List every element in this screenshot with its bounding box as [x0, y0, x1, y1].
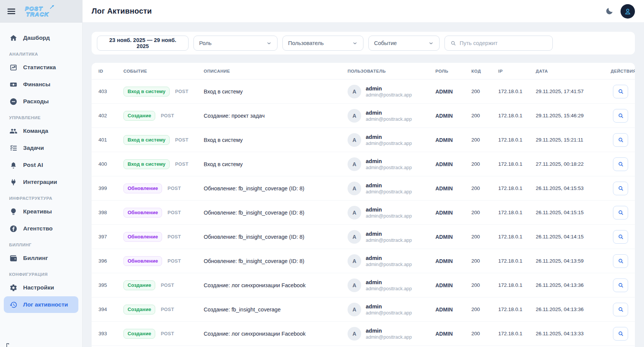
table-row: 397 Обновление POST Обновление: fb_insig… — [92, 225, 635, 249]
table-row: 396 Обновление POST Обновление: fb_insig… — [92, 249, 635, 273]
actions-cell — [611, 254, 628, 268]
description-cell: Обновление: fb_insight_coverage (ID: 8) — [204, 185, 348, 191]
event-cell: Создание POST — [123, 305, 204, 314]
view-details-button[interactable] — [613, 327, 628, 341]
sidebar-item-activity-log[interactable]: Лог активности — [4, 296, 78, 313]
history-icon — [9, 301, 17, 309]
table-row: 403 Вход в систему POST Вход в систему A… — [92, 79, 635, 104]
user-menu-avatar[interactable] — [621, 4, 635, 19]
actions-cell — [611, 133, 628, 147]
sidebar-item-settings[interactable]: Настройки — [4, 279, 78, 296]
column-header-actions: ДЕЙСТВИЯ — [611, 69, 628, 73]
dark-mode-toggle[interactable] — [605, 7, 614, 16]
role-cell: ADMIN — [435, 234, 471, 240]
user-filter-select[interactable]: Пользователь — [282, 36, 363, 51]
view-details-button[interactable] — [613, 206, 628, 219]
user-cell: A admin admin@posttrack.app — [348, 279, 435, 292]
view-details-button[interactable] — [613, 157, 628, 171]
log-id: 393 — [98, 331, 123, 336]
user-name: admin — [366, 134, 412, 140]
sidebar-item-agency[interactable]: Агентство — [4, 220, 78, 237]
sidebar-item-label: Лог активности — [23, 301, 68, 308]
sidebar-item-finances[interactable]: Финансы — [4, 76, 78, 93]
column-header-ip: IP — [498, 69, 536, 73]
view-details-button[interactable] — [613, 182, 628, 195]
sidebar-item-statistics[interactable]: Статистика — [4, 59, 78, 76]
http-method-label: POST — [168, 186, 181, 191]
view-details-button[interactable] — [613, 85, 628, 98]
home-icon — [9, 34, 17, 42]
path-search-input[interactable] — [460, 40, 547, 46]
view-details-button[interactable] — [613, 303, 628, 316]
http-method-label: POST — [175, 89, 188, 94]
posttrack-logo: POST TRACK — [25, 6, 49, 17]
view-details-button[interactable] — [613, 254, 628, 268]
view-details-button[interactable] — [613, 109, 628, 123]
sidebar-item-creatives[interactable]: Креативы — [4, 203, 78, 220]
status-code-cell: 200 — [471, 307, 498, 312]
sidebar-item-post-ai[interactable]: Post AI — [4, 157, 78, 173]
date-cell: 26.11.2025, 04:13:33 — [536, 331, 611, 336]
http-method-label: POST — [168, 258, 181, 264]
http-method-label: POST — [168, 234, 181, 240]
status-code-cell: 200 — [471, 185, 498, 191]
sidebar-item-integrations[interactable]: Интеграции — [4, 174, 78, 190]
sidebar-item-tasks[interactable]: Задачи — [4, 140, 78, 156]
view-details-button[interactable] — [613, 279, 628, 292]
date-cell: 26.11.2025, 04:14:15 — [536, 234, 611, 240]
ip-cell: 172.18.0.1 — [498, 161, 536, 167]
log-id: 397 — [98, 234, 123, 240]
role-cell: ADMIN — [435, 258, 471, 264]
user-name: admin — [366, 255, 412, 261]
role-cell: ADMIN — [435, 307, 471, 313]
magnifier-icon — [617, 185, 624, 191]
date-range-picker[interactable]: 23 нояб. 2025 — 29 нояб. 2025 — [97, 36, 189, 51]
date-cell: 26.11.2025, 04:13:59 — [536, 258, 611, 264]
log-id: 396 — [98, 258, 123, 264]
http-method-label: POST — [168, 210, 181, 215]
log-id: 395 — [98, 282, 123, 288]
hamburger-menu-button[interactable] — [7, 7, 16, 16]
role-cell: ADMIN — [435, 89, 471, 95]
sidebar-section-configuration: КОНФИГУРАЦИЯ — [9, 272, 73, 277]
sidebar-item-team[interactable]: Команда — [4, 123, 78, 139]
role-cell: ADMIN — [435, 331, 471, 337]
sidebar-item-label: Агентство — [23, 225, 53, 232]
column-header-event: СОБЫТИЕ — [123, 69, 204, 73]
path-search-field — [444, 36, 553, 51]
table-body: 403 Вход в систему POST Вход в систему A… — [92, 79, 635, 346]
log-id: 402 — [98, 113, 123, 118]
user-cell: A admin admin@posttrack.app — [348, 206, 435, 219]
user-name: admin — [366, 303, 412, 310]
event-cell: Вход в систему POST — [123, 159, 204, 169]
role-filter-select[interactable]: Роль — [193, 36, 278, 51]
description-cell: Обновление: fb_insight_coverage (ID: 8) — [204, 234, 348, 240]
view-details-button[interactable] — [613, 133, 628, 147]
sidebar-item-dashboard[interactable]: Дашборд — [4, 30, 78, 46]
event-badge: Создание — [123, 280, 155, 290]
user-email: admin@posttrack.app — [366, 286, 412, 291]
actions-cell — [611, 157, 628, 171]
search-icon — [450, 40, 456, 46]
sidebar: POST TRACK Дашборд АНАЛИТИКА Статистика … — [0, 0, 83, 347]
description-cell: Вход в систему — [204, 89, 348, 95]
plug-icon — [9, 178, 17, 186]
http-method-label: POST — [161, 331, 174, 336]
sidebar-item-billing[interactable]: Биллинг — [4, 250, 78, 266]
user-email: admin@posttrack.app — [366, 310, 412, 316]
sidebar-nav: Дашборд АНАЛИТИКА Статистика Финансы Рас… — [0, 23, 83, 347]
event-badge: Создание — [123, 329, 155, 339]
sidebar-item-label: Креативы — [23, 208, 52, 215]
magnifier-icon — [617, 233, 624, 240]
column-header-description: ОПИСАНИЕ — [204, 69, 348, 73]
log-id: 399 — [98, 185, 123, 191]
column-header-user: ПОЛЬЗОВАТЕЛЬ — [348, 69, 435, 73]
sidebar-item-label: Биллинг — [23, 255, 48, 261]
view-details-button[interactable] — [613, 230, 628, 244]
event-cell: Создание POST — [123, 329, 204, 339]
user-cell: A admin admin@posttrack.app — [348, 303, 435, 316]
event-filter-select[interactable]: Событие — [368, 36, 440, 51]
sidebar-cutoff-icon — [5, 342, 12, 347]
event-cell: Обновление POST — [123, 256, 204, 266]
sidebar-item-expenses[interactable]: Расходы — [4, 93, 78, 110]
